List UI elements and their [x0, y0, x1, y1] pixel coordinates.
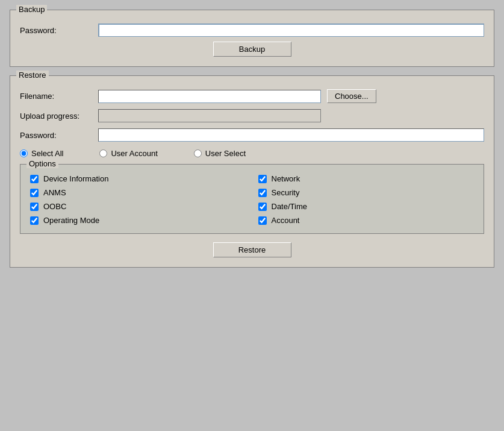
radio-select-all[interactable]: Select All [20, 149, 63, 158]
radio-user-account-input[interactable] [99, 149, 107, 157]
option-security[interactable]: Security [258, 188, 474, 197]
upload-progress-bar [98, 109, 321, 122]
backup-legend: Backup [16, 5, 47, 14]
option-account[interactable]: Account [258, 216, 474, 225]
option-operating-mode-label: Operating Mode [43, 216, 99, 225]
option-device-info-label: Device Information [43, 174, 108, 183]
filename-label: Filename: [20, 92, 98, 101]
option-datetime-label: Date/Time [272, 202, 307, 211]
option-security-label: Security [272, 188, 300, 197]
option-network[interactable]: Network [258, 174, 474, 183]
backup-password-label: Password: [20, 26, 98, 35]
restore-password-label: Password: [20, 131, 98, 140]
upload-progress-label: Upload progress: [20, 112, 98, 121]
option-anms-label: ANMS [43, 188, 66, 197]
radio-user-select-input[interactable] [194, 149, 202, 157]
restore-section: Restore Filename: Choose... Upload progr… [10, 75, 494, 268]
option-anms[interactable]: ANMS [30, 188, 246, 197]
radio-group: Select All User Account User Select [20, 149, 484, 158]
option-operating-mode-checkbox[interactable] [30, 216, 39, 225]
restore-password-input[interactable] [98, 128, 484, 142]
filename-input[interactable] [98, 90, 321, 103]
option-datetime[interactable]: Date/Time [258, 202, 474, 211]
option-account-checkbox[interactable] [258, 216, 267, 225]
option-operating-mode[interactable]: Operating Mode [30, 216, 246, 225]
option-security-checkbox[interactable] [258, 189, 267, 197]
backup-button[interactable]: Backup [213, 42, 291, 57]
options-section: Options Device Information Network ANMS … [20, 164, 484, 234]
options-grid: Device Information Network ANMS Security… [30, 174, 474, 225]
choose-button[interactable]: Choose... [327, 89, 376, 103]
option-oobc-checkbox[interactable] [30, 203, 39, 211]
option-network-label: Network [272, 174, 300, 183]
radio-user-account[interactable]: User Account [99, 149, 157, 158]
option-oobc[interactable]: OOBC [30, 202, 246, 211]
restore-button[interactable]: Restore [213, 242, 291, 257]
option-anms-checkbox[interactable] [30, 189, 39, 197]
option-datetime-checkbox[interactable] [258, 203, 267, 211]
radio-user-select[interactable]: User Select [194, 149, 246, 158]
option-oobc-label: OOBC [43, 202, 66, 211]
option-account-label: Account [272, 216, 300, 225]
options-legend: Options [26, 159, 58, 168]
radio-select-all-input[interactable] [20, 149, 28, 157]
backup-password-input[interactable] [98, 24, 484, 37]
option-device-info-checkbox[interactable] [30, 175, 39, 183]
option-device-info[interactable]: Device Information [30, 174, 246, 183]
restore-legend: Restore [16, 71, 49, 80]
backup-section: Backup Password: Backup [10, 10, 494, 67]
option-network-checkbox[interactable] [258, 175, 267, 183]
